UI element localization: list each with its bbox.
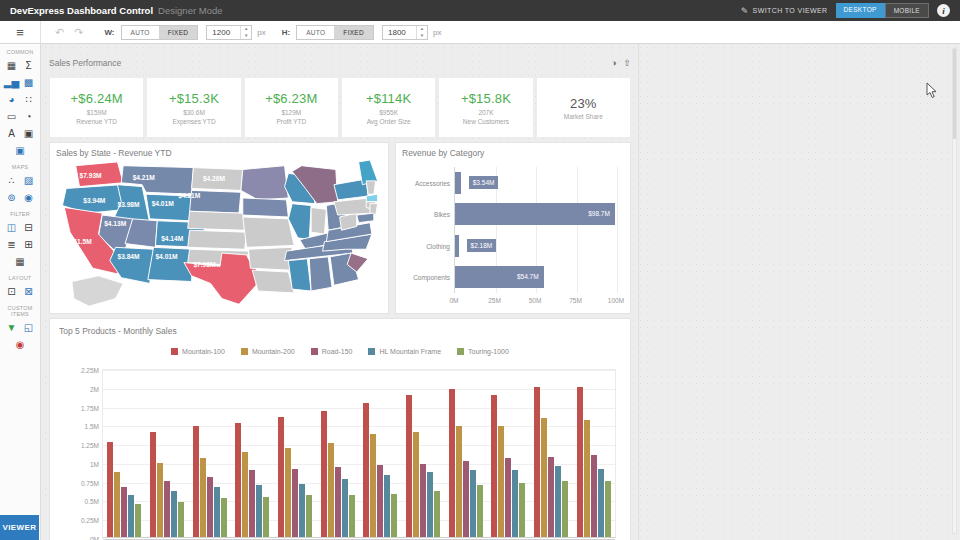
desktop-toggle-button[interactable]: DESKTOP bbox=[836, 3, 885, 18]
bar-touring-1000[interactable] bbox=[477, 485, 483, 537]
bar-mountain-100[interactable] bbox=[235, 423, 241, 537]
toolbox-item-group[interactable]: ⊡ bbox=[3, 284, 20, 299]
legend-item-touring-1000[interactable]: Touring-1000 bbox=[457, 348, 509, 355]
state-alabama[interactable] bbox=[309, 257, 332, 291]
state-alaska[interactable] bbox=[72, 276, 123, 306]
redo-button[interactable]: ↷ bbox=[74, 26, 83, 39]
state-indiana[interactable] bbox=[311, 207, 326, 234]
bar-touring-1000[interactable] bbox=[605, 481, 611, 537]
bar-road-150[interactable] bbox=[505, 458, 511, 537]
toolbox-item-pie[interactable]: ◕ bbox=[3, 92, 20, 107]
bar-touring-1000[interactable] bbox=[434, 491, 440, 537]
state-north-dakota[interactable] bbox=[192, 168, 243, 191]
bar-road-150[interactable] bbox=[207, 477, 213, 537]
width-input[interactable]: 1200 ▲ ▼ bbox=[206, 25, 252, 40]
kpi-card-expenses-ytd[interactable]: +$15.3K$30.6MExpenses YTD bbox=[146, 77, 241, 138]
category-bar-accessories[interactable] bbox=[455, 172, 461, 194]
kpi-card-profit-ytd[interactable]: +$6.23M$129MProfit YTD bbox=[244, 77, 339, 138]
category-bar-clothing[interactable] bbox=[455, 235, 459, 257]
bar-mountain-100[interactable] bbox=[193, 426, 199, 537]
bar-hl-mountain-frame[interactable] bbox=[555, 466, 561, 537]
bar-road-150[interactable] bbox=[249, 470, 255, 537]
bar-touring-1000[interactable] bbox=[349, 495, 355, 537]
bar-mountain-100[interactable] bbox=[406, 395, 412, 538]
viewer-button[interactable]: VIEWER bbox=[0, 515, 39, 540]
bar-touring-1000[interactable] bbox=[519, 483, 525, 537]
vertical-scrollbar[interactable] bbox=[952, 48, 957, 534]
state-missouri[interactable] bbox=[243, 217, 294, 247]
bar-mountain-100[interactable] bbox=[363, 403, 369, 537]
bar-mountain-100[interactable] bbox=[534, 387, 540, 537]
legend-item-mountain-200[interactable]: Mountain-200 bbox=[241, 348, 295, 355]
bar-mountain-200[interactable] bbox=[541, 418, 547, 537]
state-iowa[interactable] bbox=[243, 198, 289, 217]
kpi-card-avg-order-size[interactable]: +$114K$955KAvg Order Size bbox=[341, 77, 436, 138]
legend-item-road-150[interactable]: Road-150 bbox=[311, 348, 353, 355]
bar-mountain-100[interactable] bbox=[321, 411, 327, 537]
bar-mountain-100[interactable] bbox=[449, 389, 455, 537]
toolbox-item-bound-image[interactable]: ▣ bbox=[12, 143, 29, 158]
bar-touring-1000[interactable] bbox=[562, 481, 568, 537]
bar-hl-mountain-frame[interactable] bbox=[427, 472, 433, 537]
map-widget[interactable]: Sales by State - Revenue YTD $7.93M$3.94… bbox=[49, 142, 389, 314]
state-washington[interactable] bbox=[76, 162, 123, 187]
bar-hl-mountain-frame[interactable] bbox=[598, 469, 604, 537]
height-auto-button[interactable]: AUTO bbox=[297, 26, 334, 39]
toolbox-item-webpage[interactable]: ◱ bbox=[20, 320, 37, 335]
spin-down-icon[interactable]: ▼ bbox=[417, 32, 427, 39]
bar-road-150[interactable] bbox=[463, 461, 469, 537]
info-icon[interactable]: i bbox=[937, 4, 950, 17]
toolbox-item-pivot-table[interactable]: Σ bbox=[20, 58, 37, 73]
bar-hl-mountain-frame[interactable] bbox=[384, 475, 390, 537]
bar-touring-1000[interactable] bbox=[221, 498, 227, 537]
bar-hl-mountain-frame[interactable] bbox=[128, 495, 134, 537]
toolbox-item-treemap[interactable]: ▩ bbox=[20, 75, 37, 90]
export-icon[interactable]: ⇧ bbox=[623, 58, 631, 68]
toolbox-item-funnel[interactable]: ▼ bbox=[3, 320, 20, 335]
bar-mountain-200[interactable] bbox=[328, 443, 334, 537]
bar-road-150[interactable] bbox=[591, 455, 597, 537]
kpi-group-widget[interactable]: Sales Performance ◑ ⇧ +$6.24M$159MRevenu… bbox=[49, 55, 631, 140]
menu-button[interactable]: ≡ bbox=[0, 21, 41, 43]
state-massachusetts[interactable] bbox=[366, 194, 377, 202]
category-chart-widget[interactable]: Revenue by Category $3.54M$98.7M$2.18M$5… bbox=[395, 142, 631, 314]
bar-touring-1000[interactable] bbox=[391, 494, 397, 537]
state-nebraska[interactable] bbox=[188, 211, 245, 230]
state-south-dakota[interactable] bbox=[190, 190, 241, 213]
state-arizona[interactable] bbox=[110, 247, 154, 283]
legend-item-mountain-100[interactable]: Mountain-100 bbox=[171, 348, 225, 355]
toolbox-item-scatter-chart[interactable]: ∷ bbox=[20, 92, 37, 107]
bar-mountain-100[interactable] bbox=[107, 442, 113, 537]
width-auto-button[interactable]: AUTO bbox=[122, 26, 159, 39]
bar-mountain-100[interactable] bbox=[577, 387, 583, 537]
toolbox-item-geo-point-map[interactable]: ∴ bbox=[3, 173, 20, 188]
kpi-card-revenue-ytd[interactable]: +$6.24M$159MRevenue YTD bbox=[49, 77, 144, 138]
products-chart-widget[interactable]: Top 5 Products - Monthly Sales Mountain-… bbox=[49, 318, 631, 540]
state-minnesota[interactable] bbox=[241, 166, 288, 200]
bar-hl-mountain-frame[interactable] bbox=[171, 491, 177, 537]
state-vermont[interactable] bbox=[366, 181, 375, 194]
category-bar-components[interactable]: $54.7M bbox=[455, 266, 544, 288]
toolbox-item-geo-pin[interactable]: ◉ bbox=[12, 337, 29, 352]
bar-hl-mountain-frame[interactable] bbox=[214, 487, 220, 537]
toolbox-item-tree-view[interactable]: ⊞ bbox=[20, 237, 37, 252]
spin-down-icon[interactable]: ▼ bbox=[241, 32, 251, 39]
bar-road-150[interactable] bbox=[292, 469, 298, 537]
bar-mountain-200[interactable] bbox=[200, 458, 206, 537]
toolbox-item-gauge[interactable]: ◔ bbox=[20, 109, 37, 124]
bar-road-150[interactable] bbox=[377, 465, 383, 537]
bar-road-150[interactable] bbox=[420, 464, 426, 537]
bar-mountain-200[interactable] bbox=[285, 448, 291, 537]
bar-mountain-200[interactable] bbox=[242, 452, 248, 537]
bar-mountain-100[interactable] bbox=[278, 417, 284, 537]
toolbox-item-image[interactable]: ▣ bbox=[20, 126, 37, 141]
toolbox-item-tab-container[interactable]: ⊠ bbox=[20, 284, 37, 299]
mobile-toggle-button[interactable]: MOBILE bbox=[885, 3, 929, 18]
state-kansas[interactable] bbox=[188, 230, 247, 249]
state-wyoming[interactable] bbox=[146, 194, 192, 221]
bar-touring-1000[interactable] bbox=[263, 497, 269, 537]
kpi-card-market-share[interactable]: 23%Market Share bbox=[536, 77, 631, 138]
bar-mountain-200[interactable] bbox=[413, 432, 419, 537]
bar-hl-mountain-frame[interactable] bbox=[512, 470, 518, 537]
toolbox-item-combo-box[interactable]: ⊟ bbox=[20, 220, 37, 235]
